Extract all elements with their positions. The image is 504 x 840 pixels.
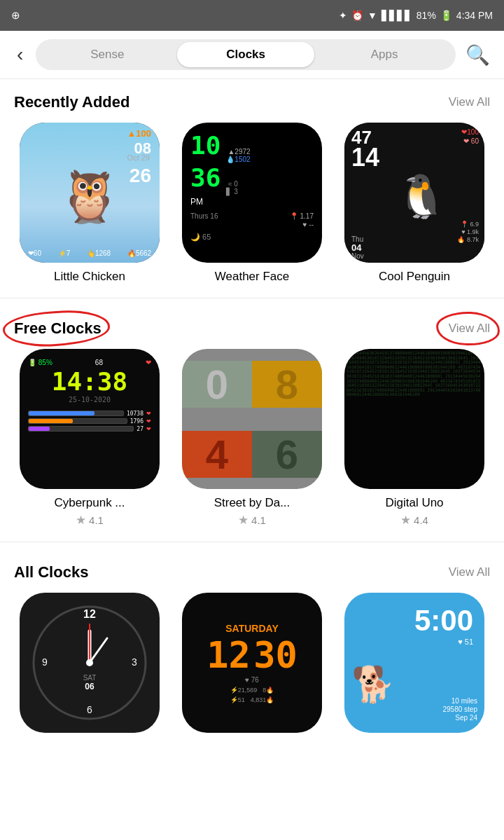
svg-text:SAT: SAT	[83, 674, 97, 682]
little-chicken-icon: ▲100 08 Oct 29 26 🦉 ❤60⚡7👆1268🔥5662	[20, 123, 160, 263]
all-clocks-grid: 12 3 6 9 SAT 06	[14, 593, 490, 733]
bluetooth-icon: ✦	[339, 10, 347, 21]
recently-added-grid: ▲100 08 Oct 29 26 🦉 ❤60⚡7👆1268🔥5662 Litt…	[14, 123, 490, 284]
digital-uno-name: Digital Uno	[385, 496, 443, 510]
recently-added-header: Recently Added View All	[14, 93, 490, 111]
tab-clocks[interactable]: Clocks	[177, 42, 314, 67]
section-divider-1	[0, 298, 504, 298]
free-clocks-section: Free Clocks View All 🔋 85% 68 ❤ 14:38 25…	[0, 305, 504, 535]
clock-item-digital-uno[interactable]: 2913444563026418137480840012446180869190…	[339, 349, 490, 528]
free-clocks-view-all[interactable]: View All	[449, 322, 490, 335]
svg-text:6: 6	[87, 704, 92, 715]
recently-added-section: Recently Added View All ▲100 08 Oct 29 2…	[0, 79, 504, 291]
street-digit-0: 0	[182, 361, 252, 408]
all-clocks-section: All Clocks View All 12 3 6 9 SAT 06	[0, 549, 504, 740]
svg-text:3: 3	[132, 656, 137, 668]
dog-heart: ♥ 51	[356, 638, 473, 646]
street-digit-6: 6	[252, 431, 322, 478]
status-bar-left: ⊕	[11, 9, 20, 22]
chicken-body: ▲100 08 Oct 29 26 🦉 ❤60⚡7👆1268🔥5662	[20, 123, 160, 263]
free-clocks-header: Free Clocks View All	[0, 312, 504, 349]
time-display: 4:34 PM	[456, 10, 493, 21]
view-all-wrapper: View All	[449, 322, 490, 336]
cyberpunk-rating: ★ 4.1	[76, 513, 104, 528]
recently-added-view-all[interactable]: View All	[449, 95, 490, 109]
alarm-icon: ⏰	[351, 10, 363, 21]
recently-added-title: Recently Added	[14, 93, 130, 111]
svg-text:12: 12	[83, 608, 96, 620]
back-button[interactable]: ‹	[11, 43, 29, 66]
clock-item-street[interactable]: 0 8 4 6 Street by Da... ★ 4.1	[176, 349, 328, 528]
signal-icon: ▋▋▋▋	[382, 10, 412, 21]
tab-sense[interactable]: Sense	[38, 42, 176, 67]
star-icon: ★	[76, 513, 86, 528]
analog-icon: 12 3 6 9 SAT 06	[20, 593, 160, 733]
svg-text:06: 06	[85, 682, 94, 691]
analog-face-svg: 12 3 6 9 SAT 06	[27, 600, 153, 726]
penguin-body: 47 14 ❤100 ❤ 60 🐧 Thu 04 📍 6.9 ♥ 1.9k 🔥 …	[344, 123, 484, 263]
wifi-icon: ▼	[368, 10, 377, 21]
status-bar-right: ✦ ⏰ ▼ ▋▋▋▋ 81% 🔋 4:34 PM	[339, 10, 493, 21]
street-rating: ★ 4.1	[238, 513, 266, 528]
search-icon[interactable]: 🔍	[463, 43, 493, 67]
cyberpunk-name: Cyberpunk ...	[54, 496, 125, 510]
street-icon: 0 8 4 6	[182, 349, 322, 489]
all-clocks-title: All Clocks	[14, 563, 88, 581]
battery-percent: 81%	[416, 10, 436, 21]
star-icon-2: ★	[238, 513, 248, 528]
weather-face-icon: 10 ▲2972 💧1502 36 ≈ 0 ▋ 3 PM	[182, 123, 322, 263]
dog-time: 5:00	[356, 604, 473, 638]
tab-apps[interactable]: Apps	[316, 42, 453, 67]
svg-point-10	[86, 659, 93, 666]
free-clocks-title-wrapper: Free Clocks	[14, 319, 102, 338]
weather-body: 10 ▲2972 💧1502 36 ≈ 0 ▋ 3 PM	[182, 123, 322, 263]
nav-bar: ‹ Sense Clocks Apps 🔍	[0, 31, 504, 79]
cyberpunk-icon: 🔋 85% 68 ❤ 14:38 25-10-2020 10738 ❤	[20, 349, 160, 489]
digital-uno-rating: ★ 4.4	[400, 513, 428, 528]
star-icon-3: ★	[400, 513, 411, 528]
clock-item-analog[interactable]: 12 3 6 9 SAT 06	[14, 593, 165, 733]
street-digit-4: 4	[182, 431, 252, 478]
app-item-weather-face[interactable]: 10 ▲2972 💧1502 36 ≈ 0 ▋ 3 PM	[176, 123, 328, 284]
nav-tabs: Sense Clocks Apps	[36, 39, 456, 70]
free-clocks-title: Free Clocks	[14, 319, 102, 337]
street-digit-8: 8	[252, 361, 322, 408]
digital-uno-icon: 2913444563026418137480840012446180869190…	[344, 349, 484, 489]
cool-penguin-icon: 47 14 ❤100 ❤ 60 🐧 Thu 04 📍 6.9 ♥ 1.9k 🔥 …	[344, 123, 484, 263]
saturday-icon: SATURDAY 12 30 ♥ 76 ⚡21,569 8🔥 ⚡51 4,831…	[182, 593, 322, 733]
status-bar: ⊕ ✦ ⏰ ▼ ▋▋▋▋ 81% 🔋 4:34 PM	[0, 0, 504, 31]
saturday-day-label: SATURDAY	[225, 623, 278, 634]
app-item-cool-penguin[interactable]: 47 14 ❤100 ❤ 60 🐧 Thu 04 📍 6.9 ♥ 1.9k 🔥 …	[339, 123, 490, 284]
app-icon: ⊕	[11, 9, 20, 22]
clock-item-saturday[interactable]: SATURDAY 12 30 ♥ 76 ⚡21,569 8🔥 ⚡51 4,831…	[176, 593, 328, 733]
street-name: Street by Da...	[214, 496, 290, 510]
dog-icon: 5:00 ♥ 51 🐕 10 miles 29580 step Sep 24	[344, 593, 484, 733]
svg-text:9: 9	[42, 656, 48, 668]
clock-item-cyberpunk[interactable]: 🔋 85% 68 ❤ 14:38 25-10-2020 10738 ❤	[14, 349, 165, 528]
little-chicken-name: Little Chicken	[54, 270, 125, 284]
all-clocks-header: All Clocks View All	[14, 563, 490, 581]
app-item-little-chicken[interactable]: ▲100 08 Oct 29 26 🦉 ❤60⚡7👆1268🔥5662 Litt…	[14, 123, 165, 284]
cool-penguin-name: Cool Penguin	[379, 270, 450, 284]
all-clocks-view-all[interactable]: View All	[449, 565, 490, 579]
section-divider-2	[0, 542, 504, 542]
weather-face-name: Weather Face	[215, 270, 289, 284]
battery-icon: 🔋	[440, 10, 452, 21]
clock-item-dog[interactable]: 5:00 ♥ 51 🐕 10 miles 29580 step Sep 24	[339, 593, 490, 733]
free-clocks-grid: 🔋 85% 68 ❤ 14:38 25-10-2020 10738 ❤	[0, 349, 504, 528]
